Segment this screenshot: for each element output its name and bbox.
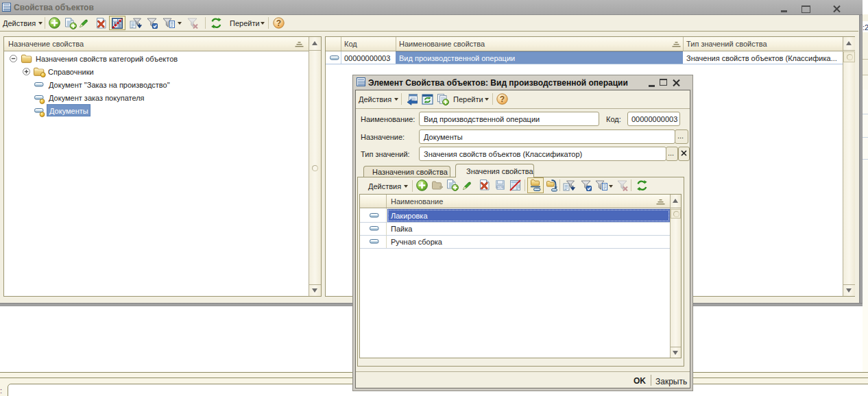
svg-text:?: ?	[276, 18, 281, 28]
svg-text:ЕОК: ЕОК	[496, 185, 505, 189]
svg-text:?: ?	[500, 95, 505, 104]
